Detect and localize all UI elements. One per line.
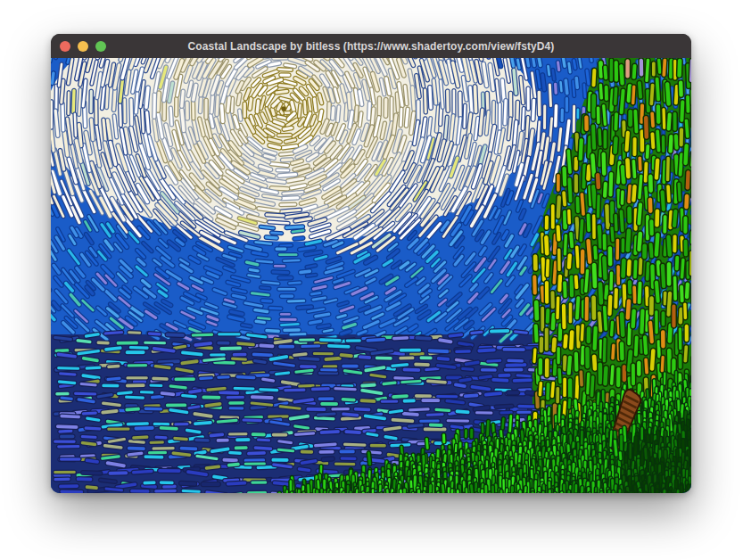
- window-titlebar[interactable]: Coastal Landscape by bitless (https://ww…: [51, 34, 691, 58]
- traffic-lights: [60, 41, 106, 52]
- minimize-button[interactable]: [78, 41, 88, 52]
- zoom-button[interactable]: [95, 41, 106, 52]
- shader-viewport: [51, 58, 691, 493]
- window-title: Coastal Landscape by bitless (https://ww…: [51, 40, 691, 53]
- close-button[interactable]: [60, 41, 70, 52]
- shader-canvas[interactable]: [51, 58, 691, 493]
- app-window: Coastal Landscape by bitless (https://ww…: [51, 34, 691, 493]
